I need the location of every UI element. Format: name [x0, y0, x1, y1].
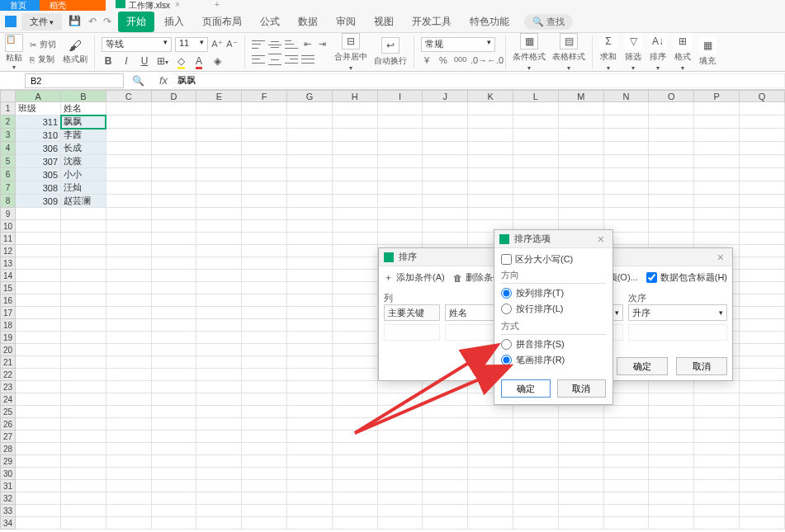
app-logo-icon[interactable]	[5, 16, 17, 27]
cell[interactable]	[558, 480, 603, 492]
cell[interactable]	[332, 168, 377, 181]
cell[interactable]	[196, 257, 242, 270]
cell[interactable]	[603, 455, 649, 468]
cell[interactable]	[242, 257, 287, 270]
cell[interactable]	[196, 369, 242, 381]
cell[interactable]	[61, 369, 106, 381]
cell[interactable]	[694, 443, 740, 455]
cell[interactable]	[649, 393, 694, 406]
row-header[interactable]: 21	[1, 356, 16, 369]
close-icon[interactable]: ×	[714, 251, 727, 264]
cell[interactable]	[61, 208, 106, 220]
cell[interactable]	[61, 517, 106, 530]
cell[interactable]	[513, 468, 559, 480]
cell[interactable]	[242, 129, 287, 142]
cell[interactable]	[468, 195, 513, 208]
cell[interactable]	[61, 393, 106, 406]
row-header[interactable]: 3	[1, 129, 16, 142]
cell[interactable]	[151, 319, 196, 332]
cell[interactable]	[196, 332, 242, 344]
cell[interactable]	[468, 115, 513, 129]
cell[interactable]	[423, 129, 468, 142]
cell[interactable]	[740, 282, 785, 294]
cell[interactable]	[151, 142, 196, 155]
cell[interactable]	[332, 431, 377, 443]
cell[interactable]	[151, 332, 196, 344]
ribbon-tab-review[interactable]: 审阅	[328, 12, 364, 32]
cell[interactable]	[513, 431, 559, 443]
cell[interactable]	[242, 233, 287, 245]
font-size-select[interactable]: 11 ▾	[175, 37, 208, 52]
cell[interactable]	[106, 102, 151, 115]
cell[interactable]	[151, 418, 196, 431]
cell[interactable]	[740, 245, 785, 257]
cell[interactable]	[332, 220, 377, 233]
cell[interactable]	[649, 129, 694, 142]
halign-left-button[interactable]	[252, 54, 265, 65]
cell[interactable]	[423, 393, 468, 406]
cell[interactable]	[377, 233, 423, 245]
row-header[interactable]: 22	[1, 369, 16, 381]
ribbon-tab-view[interactable]: 视图	[366, 12, 402, 32]
cell[interactable]	[423, 168, 468, 181]
cell[interactable]	[287, 257, 333, 270]
cell[interactable]	[649, 431, 694, 443]
cell[interactable]	[603, 492, 649, 505]
sort-ok-button[interactable]: 确定	[617, 357, 668, 375]
cell[interactable]	[649, 168, 694, 181]
cell[interactable]	[332, 282, 377, 294]
cell[interactable]	[694, 208, 740, 220]
cell[interactable]	[332, 418, 377, 431]
cell[interactable]	[332, 406, 377, 418]
cell[interactable]	[151, 208, 196, 220]
cell[interactable]	[16, 282, 61, 294]
cell[interactable]	[740, 406, 785, 418]
cell[interactable]	[287, 270, 333, 282]
cell[interactable]	[16, 344, 61, 356]
cell[interactable]	[106, 115, 151, 129]
cell[interactable]	[106, 381, 151, 393]
number-format-select[interactable]: 常规▾	[421, 37, 495, 52]
has-header-checkbox[interactable]: 数据包含标题(H)	[646, 271, 727, 284]
cell[interactable]	[603, 129, 649, 142]
cell[interactable]	[694, 468, 740, 480]
sort-by-column-radio[interactable]: 按列排序(T)	[501, 285, 606, 301]
cell[interactable]: 李茜	[61, 129, 106, 142]
cell[interactable]	[468, 406, 513, 418]
row-header[interactable]: 28	[1, 443, 16, 455]
sort-stroke-radio[interactable]: 笔画排序(R)	[501, 352, 606, 368]
cell[interactable]	[332, 492, 377, 505]
cell[interactable]	[694, 381, 740, 393]
cell[interactable]	[16, 431, 61, 443]
tab-templates[interactable]: 稻壳	[40, 0, 106, 11]
cell[interactable]	[558, 505, 603, 517]
cell[interactable]	[558, 129, 603, 142]
cell[interactable]	[242, 155, 287, 168]
cell[interactable]	[332, 517, 377, 530]
row-header[interactable]: 2	[1, 115, 16, 129]
cell[interactable]	[468, 418, 513, 431]
cell[interactable]	[603, 406, 649, 418]
cell[interactable]	[377, 468, 423, 480]
cell[interactable]	[287, 168, 333, 181]
cell[interactable]	[196, 208, 242, 220]
search-box[interactable]: 🔍 查找	[524, 14, 573, 30]
cell[interactable]	[16, 233, 61, 245]
column-header[interactable]: C	[106, 91, 151, 102]
cell[interactable]	[196, 270, 242, 282]
cell[interactable]	[16, 505, 61, 517]
cell[interactable]	[377, 431, 423, 443]
cell[interactable]	[196, 517, 242, 530]
ribbon-tab-features[interactable]: 特色功能	[461, 12, 518, 32]
cell[interactable]	[287, 443, 333, 455]
cell[interactable]	[106, 294, 151, 307]
cell[interactable]: 311	[16, 115, 61, 129]
cell[interactable]	[694, 455, 740, 468]
cell[interactable]	[740, 168, 785, 181]
cell[interactable]	[16, 480, 61, 492]
cell[interactable]	[603, 102, 649, 115]
cell[interactable]	[649, 443, 694, 455]
row-header[interactable]: 1	[1, 102, 16, 115]
cell[interactable]	[332, 356, 377, 369]
cell[interactable]	[649, 468, 694, 480]
